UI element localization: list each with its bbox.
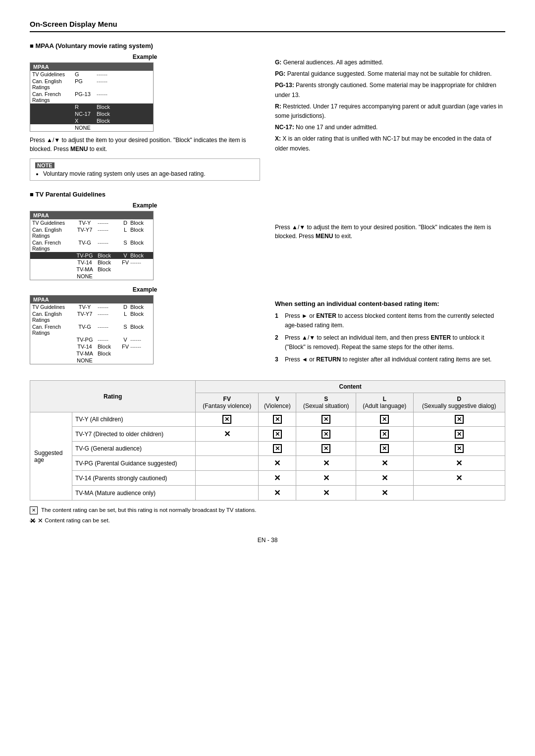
mpaa-section: MPAA (Voluntary movie rating system) Exa… bbox=[30, 42, 260, 181]
tv2-row-tvpg: TV-PG ------ V ------ bbox=[30, 336, 153, 343]
step-3: 3 Press ◄ or RETURN to register after al… bbox=[275, 355, 505, 364]
cell-tvy-d: ✕ bbox=[413, 412, 505, 427]
tv2-row-can-eng: Can. English Ratings TV-Y7 ------ L Bloc… bbox=[30, 310, 153, 323]
rating-g: G: General audiences. All ages admitted. bbox=[275, 58, 505, 67]
mpaa-row-can-eng: Can. English Ratings PG ------ bbox=[30, 78, 153, 91]
tv1-row-tv14: TV-14 Block FV ------ bbox=[30, 259, 153, 266]
mpaa-screen: MPAA TV Guidelines G ------ Can. English… bbox=[30, 62, 154, 132]
page-number: EN - 38 bbox=[30, 537, 505, 544]
cell-tvg-v: ✕ bbox=[259, 442, 296, 456]
cell-tvy7-l: ✕ bbox=[356, 427, 413, 442]
cell-tv14-s: ✕ bbox=[296, 471, 356, 486]
individual-heading: When setting an individual content-based… bbox=[275, 300, 505, 307]
row-label-tvg: TV-G (General audience) bbox=[72, 442, 195, 456]
tv1-row-none: NONE bbox=[30, 273, 153, 280]
row-label-tvy7: TV-Y7 (Directed to older children) bbox=[72, 427, 195, 442]
rating-r: R: Restricted. Under 17 requires accompa… bbox=[275, 102, 505, 121]
tv-example2-label: Example bbox=[30, 286, 260, 293]
tv1-row-tvma: TV-MA Block bbox=[30, 266, 153, 273]
cell-tvg-l: ✕ bbox=[356, 442, 413, 456]
cell-tvpg-fv bbox=[196, 456, 259, 471]
cell-tvpg-s: ✕ bbox=[296, 456, 356, 471]
cell-tvpg-v: ✕ bbox=[259, 456, 296, 471]
cell-tvma-s: ✕ bbox=[296, 486, 356, 501]
mpaa-row-tv-guidelines: TV Guidelines G ------ bbox=[30, 71, 153, 78]
cell-tvma-v: ✕ bbox=[259, 486, 296, 501]
cell-tvy-s: ✕ bbox=[296, 412, 356, 427]
tv-guidelines-heading: TV Parental Guidelines bbox=[30, 191, 260, 198]
tv1-row-can-fr: Can. French Ratings TV-G ------ S Block bbox=[30, 239, 153, 252]
tv1-row-tvguidelines: TV Guidelines TV-Y ------ D Block bbox=[30, 219, 153, 226]
mpaa-ratings-desc: G: General audiences. All ages admitted.… bbox=[275, 58, 505, 153]
col-s: S(Sexual situation) bbox=[296, 393, 356, 412]
tv-press-note: Press ▲/▼ to adjust the item to your des… bbox=[275, 223, 505, 241]
mpaa-note-box: NOTE Voluntary movie rating system only … bbox=[30, 158, 260, 181]
rating-x: X: X is an older rating that is unified … bbox=[275, 134, 505, 153]
cell-tvpg-l: ✕ bbox=[356, 456, 413, 471]
tv2-row-tvma: TV-MA Block bbox=[30, 350, 153, 357]
tv-screen2: MPAA TV Guidelines TV-Y ------ D Block C… bbox=[30, 295, 154, 364]
rating-nc17: NC-17: No one 17 and under admitted. bbox=[275, 123, 505, 132]
col-fv: FV(Fantasy violence) bbox=[196, 393, 259, 412]
tv1-row-tvpg: TV-PG Block V Block bbox=[30, 252, 153, 259]
cell-tvg-fv bbox=[196, 442, 259, 456]
mpaa-heading: MPAA (Voluntary movie rating system) bbox=[30, 42, 260, 50]
cell-tvg-d: ✕ bbox=[413, 442, 505, 456]
row-label-tvpg: TV-PG (Parental Guidance suggested) bbox=[72, 456, 195, 471]
tv-screen1: MPAA TV Guidelines TV-Y ------ D Block C… bbox=[30, 211, 154, 280]
rating-pg: PG: Parental guidance suggested. Some ma… bbox=[275, 69, 505, 79]
table-row: TV-Y7 (Directed to older children) ✕ ✕ ✕… bbox=[30, 427, 505, 442]
table-row: TV-14 (Parents strongly cautioned) ✕ ✕ ✕… bbox=[30, 471, 505, 486]
cell-tv14-fv bbox=[196, 471, 259, 486]
cell-tv14-v: ✕ bbox=[259, 471, 296, 486]
row-label-tvy: TV-Y (All children) bbox=[72, 412, 195, 427]
cell-tvpg-d: ✕ bbox=[413, 456, 505, 471]
tv-example1-label: Example bbox=[30, 202, 260, 209]
cell-tvma-fv bbox=[196, 486, 259, 501]
cell-tvg-s: ✕ bbox=[296, 442, 356, 456]
cell-tvy7-fv: ✕ bbox=[196, 427, 259, 442]
tv2-row-tv14: TV-14 Block FV ------ bbox=[30, 343, 153, 350]
content-table: Rating Content FV(Fantasy violence) V(Vi… bbox=[30, 380, 505, 501]
mpaa-example-label: Example bbox=[30, 53, 260, 60]
mpaa-row-nc17: NC-17 Block bbox=[30, 110, 153, 117]
cell-tvma-l: ✕ bbox=[356, 486, 413, 501]
cell-tvy7-v: ✕ bbox=[259, 427, 296, 442]
tv2-row-tvguidelines: TV Guidelines TV-Y ------ D Block bbox=[30, 303, 153, 310]
table-row: TV-G (General audience) ✕ ✕ ✕ ✕ bbox=[30, 442, 505, 456]
cell-tvy7-d: ✕ bbox=[413, 427, 505, 442]
mpaa-row-x: X Block bbox=[30, 117, 153, 124]
step-2: 2 Press ▲/▼ to select an individual item… bbox=[275, 333, 505, 352]
row-label-suggested: Suggestedage bbox=[30, 412, 72, 501]
table-row: Suggestedage TV-Y (All children) ✕ ✕ ✕ ✕… bbox=[30, 412, 505, 427]
table-row: TV-PG (Parental Guidance suggested) ✕ ✕ … bbox=[30, 456, 505, 471]
individual-content-section: When setting an individual content-based… bbox=[275, 300, 505, 365]
page-title: On-Screen Display Menu bbox=[30, 20, 505, 32]
cell-tv14-l: ✕ bbox=[356, 471, 413, 486]
tv1-row-can-eng: Can. English Ratings TV-Y7 ------ L Bloc… bbox=[30, 226, 153, 239]
mpaa-press-note: Press ▲/▼ to adjust the item to your des… bbox=[30, 136, 260, 153]
row-label-tv14: TV-14 (Parents strongly cautioned) bbox=[72, 471, 195, 486]
table-row: TV-MA (Mature audience only) ✕ ✕ ✕ bbox=[30, 486, 505, 501]
tv-guidelines-section: TV Parental Guidelines Example MPAA TV G… bbox=[30, 191, 260, 364]
cell-tv14-d: ✕ bbox=[413, 471, 505, 486]
cell-tvy-l: ✕ bbox=[356, 412, 413, 427]
col-l: L(Adult language) bbox=[356, 393, 413, 412]
mpaa-row-can-fr: Can. French Ratings PG-13 ------ bbox=[30, 91, 153, 103]
mpaa-row-r: R Block bbox=[30, 103, 153, 110]
tv2-row-can-fr: Can. French Ratings TV-G ------ S Block bbox=[30, 323, 153, 336]
footnote-1: ✕ The content rating can be set, but thi… bbox=[30, 505, 505, 514]
rating-pg13: PG-13: Parents strongly cautioned. Some … bbox=[275, 81, 505, 100]
content-table-section: Rating Content FV(Fantasy violence) V(Vi… bbox=[30, 380, 505, 527]
tv2-row-none: NONE bbox=[30, 357, 153, 364]
cell-tvy-v: ✕ bbox=[259, 412, 296, 427]
col-v: V(Violence) bbox=[259, 393, 296, 412]
col-d: D(Sexually suggestive dialog) bbox=[413, 393, 505, 412]
content-col-header: Content bbox=[196, 381, 505, 393]
rating-col-header: Rating bbox=[30, 381, 196, 412]
footnotes: ✕ The content rating can be set, but thi… bbox=[30, 505, 505, 527]
steps-list: 1 Press ► or ENTER to access blocked con… bbox=[275, 311, 505, 365]
step-1: 1 Press ► or ENTER to access blocked con… bbox=[275, 311, 505, 330]
cell-tvy7-s: ✕ bbox=[296, 427, 356, 442]
cell-tvy-fv: ✕ bbox=[196, 412, 259, 427]
